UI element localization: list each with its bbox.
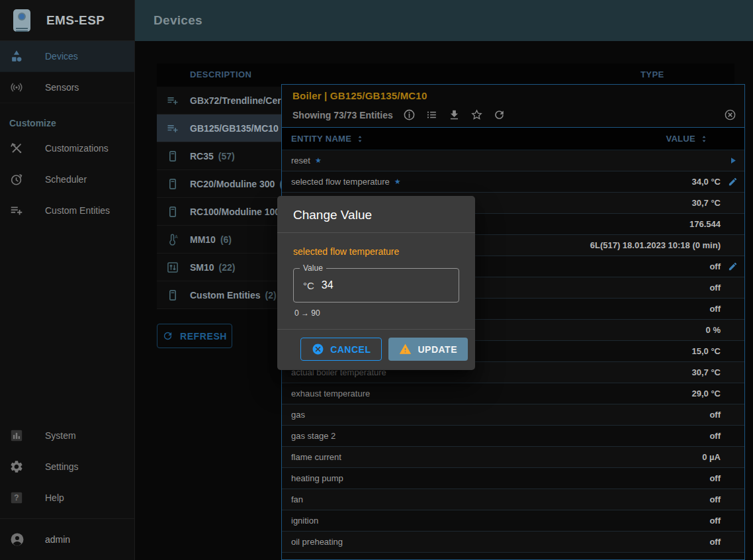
refresh-icon[interactable] [493, 109, 506, 121]
entity-row[interactable]: ignition off [282, 510, 744, 532]
sidebar-item-system[interactable]: System [0, 420, 134, 451]
sidebar-item-label: Sensors [45, 82, 79, 93]
column-type: TYPE [641, 70, 664, 79]
account-icon [9, 532, 25, 547]
column-label: VALUE [666, 134, 695, 144]
device-name: GBx72/Trendline/Cera [190, 95, 287, 106]
sidebar-item-label: Scheduler [45, 174, 87, 185]
entity-name: flame current [291, 452, 341, 462]
edit-icon[interactable] [728, 177, 738, 187]
sidebar-item-label: Settings [45, 461, 79, 472]
entity-value: 15,0 °C [691, 346, 721, 356]
value-input-label: Value [300, 263, 326, 273]
entity-row[interactable]: heating pump off [282, 468, 744, 489]
entity-name: gas [291, 410, 305, 420]
device-name: RC35 [190, 151, 214, 162]
favorite-star-icon: ★ [394, 178, 401, 185]
warning-icon [399, 343, 412, 355]
devices-table-header: DESCRIPTION TYPE [157, 64, 734, 87]
entity-panel-header: Boiler | GB125/GB135/MC10 Showing 73/73 … [282, 85, 744, 128]
value-range-helper: 0 → 90 [294, 308, 459, 318]
entity-name: heating pump [291, 473, 343, 483]
page-title: Devices [154, 13, 202, 28]
sidebar-user[interactable]: admin [0, 519, 134, 560]
app-title: EMS-ESP [46, 13, 105, 28]
app-logo-block: EMS-ESP [0, 0, 134, 41]
entity-row[interactable]: oil preheating off [282, 532, 744, 553]
device-count: (57) [218, 151, 235, 162]
module-icon [166, 261, 179, 274]
entity-row[interactable]: selected flow temperature★ 34,0 °C [282, 171, 744, 193]
entity-value: 176.544 [689, 219, 721, 229]
entity-value: off [709, 283, 721, 293]
device-name: SM10 [190, 262, 214, 273]
entity-value: 0 µA [702, 452, 721, 462]
entity-row[interactable]: reset★ [282, 150, 744, 171]
sort-icon [699, 134, 709, 144]
cancel-icon [312, 343, 324, 355]
playlist-add-icon [166, 94, 179, 107]
value-input[interactable]: Value °C 34 [293, 268, 459, 303]
entity-value: off [709, 261, 721, 271]
entity-row[interactable]: exhaust temperature 29,0 °C [282, 383, 744, 404]
devices-icon [9, 49, 24, 64]
device-name: RC100/Moduline 100 [190, 207, 280, 217]
update-label: UPDATE [418, 344, 457, 355]
entity-row[interactable]: gas off [282, 404, 744, 426]
sidebar-item-label: Devices [45, 51, 78, 62]
column-value[interactable]: VALUE [666, 134, 709, 144]
run-command-icon[interactable] [728, 156, 738, 165]
list-icon[interactable] [425, 109, 438, 121]
edit-icon[interactable] [728, 261, 738, 271]
refresh-button[interactable]: REFRESH [157, 324, 232, 348]
sidebar-item-sensors[interactable]: Sensors [0, 72, 134, 103]
download-icon[interactable] [448, 109, 461, 121]
sidebar-item-help[interactable]: ? Help [0, 482, 134, 513]
unit-adornment: °C [303, 280, 314, 291]
sidebar-item-label: Customizations [45, 143, 109, 154]
entity-row[interactable]: flame current 0 µA [282, 447, 744, 468]
value-input-text: 34 [322, 279, 333, 291]
entity-value: off [709, 473, 721, 483]
column-label: ENTITY NAME [291, 134, 351, 144]
cancel-button[interactable]: CANCEL [300, 338, 382, 361]
update-button[interactable]: UPDATE [388, 338, 468, 361]
entity-value: off [709, 410, 721, 420]
sidebar-item-custom-entities[interactable]: Custom Entities [0, 195, 134, 226]
device-name: Custom Entities [190, 290, 261, 301]
star-icon[interactable] [470, 109, 483, 121]
dialog-entity-label: selected flow temperature [293, 246, 459, 257]
sidebar-section-customize: Customize [9, 118, 134, 128]
entity-value: 29,0 °C [691, 389, 721, 398]
help-icon: ? [9, 490, 24, 505]
sidebar-item-customizations[interactable]: Customizations [0, 132, 134, 163]
entity-row[interactable]: fan off [282, 489, 744, 510]
dialog-footer: CANCEL UPDATE [277, 329, 475, 370]
entity-table-header: ENTITY NAME VALUE [282, 128, 744, 150]
entity-name: exhaust temperature [291, 389, 370, 398]
entity-value: off [709, 516, 721, 526]
svg-text:?: ? [14, 493, 19, 502]
thermostat-icon [166, 177, 179, 191]
device-count: (22) [219, 262, 236, 273]
sidebar-item-devices[interactable]: Devices [0, 41, 134, 72]
entity-row[interactable]: gas stage 2 off [282, 426, 744, 447]
close-icon[interactable] [724, 109, 736, 121]
svg-text:A: A [175, 234, 178, 238]
column-description: DESCRIPTION [190, 70, 251, 79]
entity-row[interactable] [282, 553, 744, 560]
sidebar-bottom-group: System Settings ? Help admin [0, 420, 134, 560]
entity-name: selected flow temperature [291, 177, 390, 187]
sidebar-item-scheduler[interactable]: Scheduler [0, 163, 134, 195]
entity-value: 6L(517) 18.01.2023 10:18 (0 min) [590, 240, 721, 250]
bar-chart-icon [9, 428, 24, 443]
column-entity-name[interactable]: ENTITY NAME [291, 134, 365, 144]
dialog-title: Change Value [277, 196, 475, 233]
entity-value: off [709, 537, 721, 547]
info-icon[interactable] [403, 109, 416, 121]
entity-value: off [709, 304, 721, 314]
thermostat-icon [166, 289, 179, 302]
sidebar-item-settings[interactable]: Settings [0, 451, 134, 482]
sidebar-item-label: Help [45, 492, 64, 503]
entity-value: off [709, 431, 721, 441]
